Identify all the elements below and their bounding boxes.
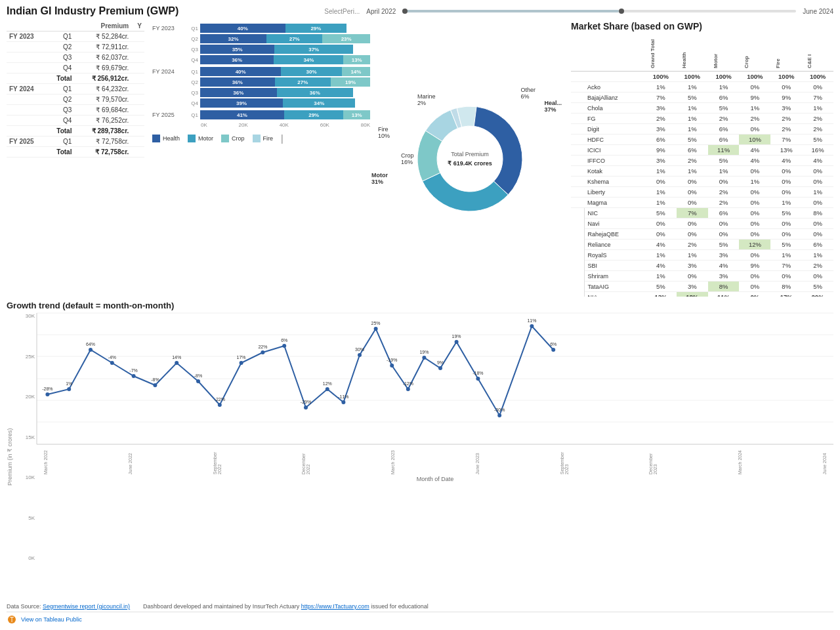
svg-text:64%: 64% [86,342,95,346]
legend-fire: Fire [253,133,274,144]
website-link[interactable]: https://www.ITactuary.com [301,603,369,610]
data-point [497,413,501,417]
table-row: SBI4%3%4%9%7%2% [571,261,833,271]
crop-color [221,135,229,142]
svg-text:-4%: -4% [108,355,116,360]
legend-fire-label: Fire [263,135,274,142]
line-chart-svg: -28%1%64%-4%-7%-8%14%-8%-22%17%22%6%-29%… [37,313,833,444]
footer: Data Source: Segmentwise report (gicounc… [7,603,833,610]
table-row: Kotak1%1%1%0%0%0% [571,166,833,177]
svg-text:14%: 14% [172,355,181,360]
data-point [341,400,345,404]
col-header-q [47,21,74,32]
growth-title: Growth trend (default = month-on-month) [7,301,833,310]
bottom-section: Growth trend (default = month-on-month) … [7,301,833,625]
x-axis-label: March 2022 [43,448,48,474]
period-selector[interactable]: SelectPeri... April 2022 June 2024 [324,8,833,15]
table-row: HDFC6%5%6%10%7%5% [571,135,833,145]
svg-text:6%: 6% [281,338,287,343]
market-share-table: Grand TotalHealthMotorCropFireC&E I100%1… [571,35,833,297]
legend-health: Health [152,133,180,144]
data-point [358,353,362,357]
data-point [153,383,157,387]
data-source-link[interactable]: Segmentwise report (gicouncil.in) [43,603,130,610]
top-section: Premium Y FY 2023Q1₹ 52,284cr.Q2₹ 72,911… [7,21,833,297]
legend-health-label: Health [163,135,180,142]
line-chart-wrapper: -28%1%64%-4%-7%-8%14%-8%-22%17%22%6%-29%… [37,313,833,600]
table-row: Acko1%1%1%0%0%0% [571,82,833,93]
svg-text:₹ 619.4K crores: ₹ 619.4K crores [448,160,492,167]
slider-handle-left[interactable] [402,9,408,14]
premium-table: Premium Y FY 2023Q1₹ 52,284cr.Q2₹ 72,911… [7,21,144,297]
data-point [132,374,136,378]
x-axis-labels: March 2022June 2022September 2022Decembe… [37,448,833,474]
svg-text:-22%: -22% [215,397,225,402]
svg-text:12%: 12% [323,381,332,386]
page-title: Indian GI Industry Premium (GWP) [7,5,178,17]
bar-chart-section: FY 2023Q140%29%Q232%27%23%Q335%37%Q436%3… [150,21,373,297]
donut-chart: Total Premium₹ 619.4K crores [398,87,542,231]
health-color [152,135,160,142]
data-point [196,379,200,383]
x-axis-label: September 2022 [213,448,222,474]
svg-text:-7%: -7% [129,368,137,373]
market-share-title: Market Share (based on GWP) [571,21,833,32]
col-header-premium: Premium [74,21,131,32]
bar-chart-x-axis: 0K 20K 40K 60K 80K [152,122,370,128]
donut-label-crop: Crop16% [401,152,414,165]
svg-text:-28%: -28% [42,387,52,391]
svg-text:-18%: -18% [472,371,483,375]
svg-text:11%: 11% [527,318,536,323]
x-axis-label: March 2024 [738,448,742,474]
data-point [455,340,459,344]
table-row: Kshema0%0%0%1%0%0% [571,177,833,187]
legend-crop: Crop [221,133,245,144]
table-row: Reliance4%2%5%12%5%6% [571,240,833,250]
table-row: BajajAllianz7%5%6%9%9%7% [571,93,833,103]
x-axis-label: December 2023 [648,448,658,474]
table-row: RoyalS1%1%3%0%1%1% [571,250,833,261]
donut-label-other: Other6% [520,87,536,100]
data-point [390,364,394,368]
table-row: GeneralNIC5%7%6%0%5%8% [571,208,833,219]
data-point [240,361,243,365]
svg-text:17%: 17% [237,355,246,360]
y-axis-label: Premium (in ₹ crores) [7,313,16,600]
data-point [374,327,378,331]
svg-text:19%: 19% [419,350,429,354]
svg-text:-30%: -30% [494,408,505,412]
motor-color [188,135,196,142]
table-row: TataAIG5%3%8%0%8%5% [571,282,833,292]
donut-label-health: Heal...37% [544,100,562,113]
svg-text:-19%: -19% [387,358,397,362]
svg-text:19%: 19% [452,334,461,339]
svg-text:-8%: -8% [151,377,159,382]
data-point [261,350,264,354]
slider-fill [402,10,619,12]
col-header-y: Y [131,21,144,32]
period-start: April 2022 [366,8,396,15]
svg-text:-12%: -12% [403,381,413,386]
table-row: Shriram1%0%3%0%0%0% [571,271,833,282]
x-axis-label: June 2024 [822,448,827,474]
donut-label-marine: Marine2% [417,93,436,106]
period-slider[interactable] [402,10,796,12]
svg-text:25%: 25% [371,321,381,326]
data-point [175,361,178,365]
donut-section: Total Premium₹ 619.4K crores Heal...37% … [378,21,562,297]
table-row: ICICI9%6%11%4%13%16% [571,145,833,156]
data-point [406,387,410,391]
data-point [304,406,308,410]
data-point [422,356,426,360]
slider-handle-right[interactable] [619,9,624,14]
data-point [326,387,329,391]
svg-text:-11%: -11% [338,394,348,399]
x-axis-label: June 2023 [475,448,480,474]
period-end: June 2024 [803,8,833,15]
svg-text:T: T [10,616,14,623]
x-axis-title: Month of Date [37,476,833,482]
tableau-label[interactable]: View on Tableau Public [21,616,82,623]
table-row: Digit3%1%6%0%2%2% [571,124,833,135]
data-point [551,348,555,352]
data-point [110,361,114,365]
